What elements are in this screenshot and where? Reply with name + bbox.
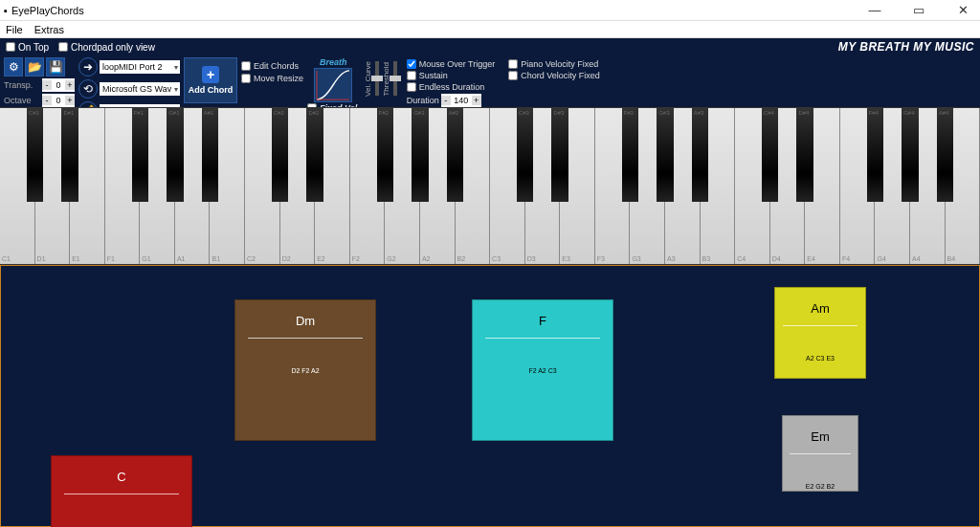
edit-chords-checkbox[interactable] [241, 61, 251, 71]
chord-pad[interactable]: DmD2 F2 A2FF2 A2 C3AmA2 C3 E3EmE2 G2 B2C [0, 265, 980, 527]
menu-file[interactable]: File [6, 24, 23, 35]
black-key-D#1[interactable]: D#1 [61, 108, 78, 202]
transpose-spinner[interactable]: -0+ [42, 78, 75, 92]
black-key-D#3[interactable]: D#3 [551, 108, 568, 202]
maximize-button[interactable]: ▭ [905, 3, 932, 17]
duration-spinner[interactable]: -140+ [441, 94, 481, 107]
octave-spinner[interactable]: -0+ [42, 94, 75, 107]
brand-label: MY BREATH MY MUSIC [838, 40, 974, 54]
open-button[interactable]: 📂 [25, 57, 44, 77]
black-key-A#1[interactable]: A#1 [202, 108, 218, 202]
vel-curve-slider[interactable] [375, 61, 379, 96]
black-key-F#2[interactable]: F#2 [377, 108, 393, 202]
toolbar: ⚙ 📂 💾 Transp. -0+ Octave -0+ ➜ loopMIDI … [0, 55, 980, 107]
threshold-slider[interactable] [393, 61, 397, 96]
menu-bar: File Extras [0, 21, 980, 38]
piano-vel-checkbox[interactable] [508, 59, 518, 69]
breath-label: Breath [320, 57, 347, 67]
black-key-F#1[interactable]: F#1 [132, 108, 148, 202]
midi-port-dropdown[interactable]: loopMIDI Port 2 [100, 60, 180, 74]
black-key-G#3[interactable]: G#3 [657, 108, 673, 202]
black-key-C#3[interactable]: C#3 [517, 108, 533, 202]
plus-icon: + [202, 66, 219, 83]
app-icon: ▪ [4, 5, 8, 16]
menu-extras[interactable]: Extras [34, 24, 64, 35]
chord-em[interactable]: EmE2 G2 B2 [782, 415, 858, 492]
move-resize-checkbox[interactable] [241, 74, 251, 83]
black-key-C#2[interactable]: C#2 [272, 108, 288, 202]
window-title: EyePlayChords [11, 5, 84, 16]
chordpad-only-checkbox[interactable]: Chordpad only view [58, 42, 155, 53]
chord-dm[interactable]: DmD2 F2 A2 [234, 299, 376, 441]
black-key-C#4[interactable]: C#4 [762, 108, 778, 202]
black-key-A#4[interactable]: A#4 [937, 108, 953, 202]
black-key-D#4[interactable]: D#4 [796, 108, 813, 202]
endless-checkbox[interactable] [407, 82, 416, 92]
black-key-C#1[interactable]: C#1 [27, 108, 43, 202]
save-button[interactable]: 💾 [46, 57, 65, 77]
sustain-checkbox[interactable] [407, 71, 416, 80]
chord-c[interactable]: C [51, 455, 192, 527]
option-bar: On Top Chordpad only view MY BREATH MY M… [0, 38, 980, 55]
refresh-icon[interactable]: ⟲ [78, 79, 98, 99]
chord-vel-checkbox[interactable] [508, 71, 518, 80]
black-key-G#4[interactable]: G#4 [902, 108, 918, 202]
duration-label: Duration [407, 96, 439, 105]
black-key-G#1[interactable]: G#1 [167, 108, 183, 202]
black-key-D#2[interactable]: D#2 [306, 108, 323, 202]
synth-dropdown[interactable]: Microsoft GS Wav [100, 82, 180, 96]
breath-curve[interactable] [314, 68, 352, 102]
black-key-G#2[interactable]: G#2 [412, 108, 428, 202]
transpose-label: Transp. [4, 80, 40, 90]
black-key-F#3[interactable]: F#3 [622, 108, 638, 202]
on-top-checkbox[interactable]: On Top [6, 42, 49, 53]
chord-f[interactable]: FF2 A2 C3 [472, 299, 613, 441]
window-titlebar: ▪ EyePlayChords — ▭ ✕ [0, 0, 980, 21]
piano-keyboard: C1D1E1F1G1A1B1C2D2E2F2G2A2B2C3D3E3F3G3A3… [0, 107, 980, 265]
black-key-A#2[interactable]: A#2 [447, 108, 463, 202]
close-button[interactable]: ✕ [949, 3, 976, 17]
chord-am[interactable]: AmA2 C3 E3 [774, 287, 866, 379]
black-key-F#4[interactable]: F#4 [867, 108, 883, 202]
minimize-button[interactable]: — [861, 3, 888, 17]
add-chord-button[interactable]: + Add Chord [184, 57, 237, 103]
octave-label: Octave [4, 96, 40, 105]
mouse-over-checkbox[interactable] [407, 59, 416, 69]
black-key-A#3[interactable]: A#3 [692, 108, 708, 202]
settings-button[interactable]: ⚙ [4, 57, 23, 77]
midi-in-icon[interactable]: ➜ [78, 57, 98, 77]
